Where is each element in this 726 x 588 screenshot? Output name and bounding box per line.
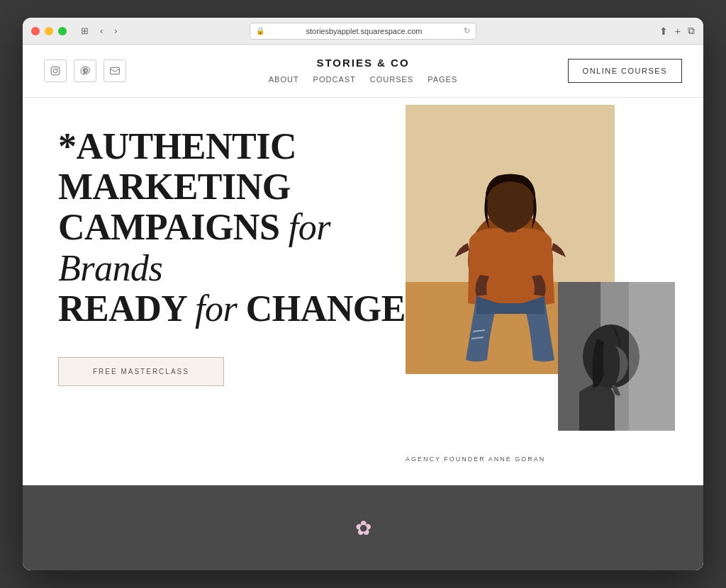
header-right: ONLINE COURSES xyxy=(568,59,682,83)
headline-italic2: for xyxy=(195,288,237,329)
fullscreen-button[interactable] xyxy=(58,27,67,35)
svg-rect-0 xyxy=(51,67,60,75)
site-title: STORIES & CO xyxy=(269,57,458,69)
header-social-icons xyxy=(44,60,126,82)
nav-podcast[interactable]: PODCAST xyxy=(313,75,356,84)
headline-change: CHANGE xyxy=(237,288,406,329)
mac-window: ⊞ ‹ › 🔒 storiesbyapplet.squarespace.com … xyxy=(23,18,703,570)
window-tile-button[interactable]: ⊞ xyxy=(78,24,91,38)
svg-point-15 xyxy=(617,395,621,398)
site-header: STORIES & CO ABOUT PODCAST COURSES PAGES… xyxy=(23,45,703,98)
online-courses-button[interactable]: ONLINE COURSES xyxy=(568,59,682,83)
secondary-photo-svg xyxy=(558,282,675,431)
svg-point-2 xyxy=(57,68,58,69)
close-button[interactable] xyxy=(31,27,40,35)
hero-section: *AUTHENTIC MARKETING CAMPAIGNS for Brand… xyxy=(23,98,703,485)
minimize-button[interactable] xyxy=(45,27,53,35)
address-bar[interactable]: 🔒 storiesbyapplet.squarespace.com ↻ xyxy=(250,23,476,40)
add-tab-button[interactable]: + xyxy=(675,26,681,37)
reload-button[interactable]: ↻ xyxy=(464,26,470,35)
email-icon-button[interactable] xyxy=(104,60,126,82)
hero-headline: *AUTHENTIC MARKETING CAMPAIGNS for Brand… xyxy=(58,126,406,329)
nav-links: ABOUT PODCAST COURSES PAGES xyxy=(269,72,458,85)
svg-point-1 xyxy=(53,69,57,73)
forward-button[interactable]: › xyxy=(111,24,120,38)
back-button[interactable]: ‹ xyxy=(97,24,106,38)
hero-cta: FREE MASTERCLASS xyxy=(58,357,224,386)
titlebar-right-controls: ⬆ + ⧉ xyxy=(659,25,695,37)
headline-line3-static: READY xyxy=(58,288,195,329)
hero-images: AGENCY FOUNDER ANNE GORAN xyxy=(406,105,675,445)
browser-content: STORIES & CO ABOUT PODCAST COURSES PAGES… xyxy=(23,45,703,570)
pinterest-icon-button[interactable] xyxy=(74,60,96,82)
svg-rect-16 xyxy=(629,282,675,431)
instagram-icon-button[interactable] xyxy=(44,60,67,82)
free-masterclass-button[interactable]: FREE MASTERCLASS xyxy=(58,357,224,386)
share-button[interactable]: ⬆ xyxy=(659,26,668,37)
nav-pages[interactable]: PAGES xyxy=(428,75,457,84)
svg-rect-3 xyxy=(111,67,120,74)
traffic-lights xyxy=(31,27,67,35)
lock-icon: 🔒 xyxy=(256,27,264,35)
nav-about[interactable]: ABOUT xyxy=(269,75,299,84)
headline-line1: *AUTHENTIC MARKETING xyxy=(58,126,296,207)
secondary-photo-bg xyxy=(558,282,675,431)
nav-courses[interactable]: COURSES xyxy=(370,75,413,84)
agency-caption: AGENCY FOUNDER ANNE GORAN xyxy=(406,456,545,463)
hero-text-area: *AUTHENTIC MARKETING CAMPAIGNS for Brand… xyxy=(58,126,406,386)
windows-button[interactable]: ⧉ xyxy=(688,25,695,37)
titlebar-nav-controls: ⊞ ‹ › xyxy=(78,24,121,38)
hero-secondary-image xyxy=(558,282,675,431)
header-center: STORIES & CO ABOUT PODCAST COURSES PAGES xyxy=(269,57,458,85)
site-footer-preview: ✿ xyxy=(23,485,703,570)
title-bar: ⊞ ‹ › 🔒 storiesbyapplet.squarespace.com … xyxy=(23,18,703,45)
url-text: storiesbyapplet.squarespace.com xyxy=(269,27,459,35)
headline-line2-static: CAMPAIGNS xyxy=(58,207,289,247)
flower-decoration: ✿ xyxy=(355,516,372,540)
